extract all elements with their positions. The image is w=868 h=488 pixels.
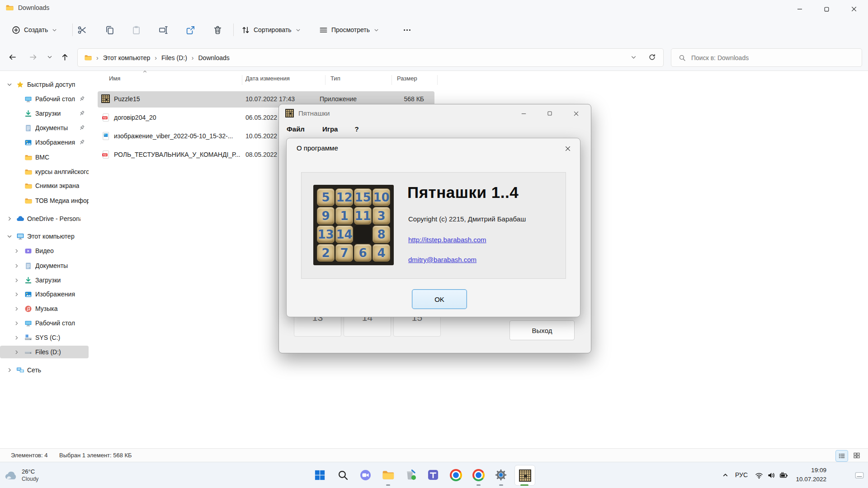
breadcrumb-downloads[interactable]: Downloads [198, 54, 229, 61]
sidebar-item-tov-media[interactable]: ТОВ Медиа инфор [0, 194, 89, 207]
dialog-close-button[interactable] [562, 143, 574, 155]
maximize-button[interactable] [816, 0, 837, 18]
website-link[interactable]: http://itstep.barabash.com [408, 236, 486, 244]
sidebar-item-english-courses[interactable]: курсы анлгийского [0, 165, 89, 178]
details-view-icon [838, 452, 845, 460]
sidebar-item-quick-access[interactable]: Быстрый доступ [0, 78, 89, 91]
sidebar-item-drive-d[interactable]: Files (D:) [0, 346, 89, 358]
sort-button[interactable]: Сортировать [239, 22, 304, 38]
new-label: Создать [24, 26, 48, 33]
chevron-right-icon [6, 216, 13, 222]
refresh-button[interactable] [648, 53, 656, 61]
column-header-type[interactable]: Тип [330, 75, 340, 82]
breadcrumb-this-pc[interactable]: Этот компьютер [103, 54, 151, 61]
exit-button[interactable]: Выход [509, 320, 575, 340]
sidebar-item-videos[interactable]: Видео [0, 244, 89, 257]
language-indicator[interactable]: РУС [735, 471, 748, 479]
forward-button[interactable] [25, 49, 41, 65]
taskbar-settings-button[interactable] [491, 465, 511, 485]
breadcrumb-drive-d[interactable]: Files (D:) [161, 54, 187, 61]
view-button[interactable]: Просмотреть [316, 22, 382, 38]
sidebar-item-documents-pc[interactable]: Документы [0, 259, 89, 272]
sidebar-item-this-pc[interactable]: Этот компьютер [0, 230, 89, 243]
menu-help[interactable]: ? [354, 125, 359, 133]
sidebar-item-network[interactable]: Сеть [0, 364, 89, 376]
sidebar-item-music[interactable]: Музыка [0, 302, 89, 315]
game-close-button[interactable] [566, 104, 586, 122]
recent-locations-button[interactable] [42, 49, 58, 65]
weather-temp: 26°C [22, 468, 38, 475]
email-link[interactable]: dmitry@barabash.com [408, 256, 476, 263]
address-bar[interactable]: › Этот компьютер › Files (D:) › Download… [77, 48, 664, 67]
folder-icon [5, 4, 14, 12]
puzzle-cell: 6 [354, 244, 372, 262]
menu-game[interactable]: Игра [322, 125, 338, 133]
network-icon [16, 366, 24, 374]
taskbar-puzzle-button[interactable] [514, 465, 535, 486]
file-date: 10.05.2022 [245, 132, 277, 140]
game-title-bar[interactable]: Пятнашки [279, 104, 591, 122]
taskbar-chrome-button[interactable] [446, 465, 466, 485]
folder-icon [24, 182, 32, 190]
details-view-toggle[interactable] [835, 450, 848, 462]
sidebar-item-pictures-pc[interactable]: Изображения [0, 288, 89, 300]
clock[interactable]: 19:09 10.07.2022 [796, 466, 826, 484]
column-divider[interactable] [242, 75, 242, 85]
copy-button[interactable] [99, 20, 119, 40]
column-header-size[interactable]: Размер [397, 75, 417, 82]
column-divider[interactable] [325, 75, 326, 85]
sidebar-item-downloads-pc[interactable]: Загрузки [0, 274, 89, 286]
up-button[interactable] [57, 49, 73, 65]
chevron-up-icon [722, 471, 729, 479]
explorer-tab[interactable]: Downloads [5, 4, 49, 12]
column-header-name[interactable]: Имя [109, 75, 120, 82]
close-button[interactable] [844, 0, 864, 18]
taskbar-cleaner-button[interactable] [401, 465, 420, 485]
column-divider[interactable] [437, 75, 438, 85]
puzzle-cell: 10 [373, 188, 390, 206]
chevron-down-icon [630, 54, 637, 61]
ellipsis-icon [403, 26, 411, 34]
show-desktop-corner-icon[interactable] [854, 470, 864, 480]
search-box[interactable]: Поиск в: Downloads [671, 48, 862, 67]
back-button[interactable] [4, 49, 20, 65]
tab-title: Downloads [18, 4, 49, 11]
puzzle-cell: 12 [335, 188, 353, 206]
paste-button[interactable] [126, 20, 146, 40]
address-dropdown-button[interactable] [630, 54, 637, 61]
start-button[interactable] [310, 465, 330, 485]
share-button[interactable] [180, 20, 200, 40]
rename-button[interactable] [153, 20, 173, 40]
more-button[interactable] [397, 20, 417, 40]
cut-button[interactable] [72, 20, 92, 40]
ok-button[interactable]: OK [412, 289, 467, 309]
column-header-date[interactable]: Дата изменения [245, 75, 290, 82]
file-name: изображение_viber_2022-05-10_15-32-... [114, 132, 233, 140]
puzzle-app-icon [519, 469, 531, 482]
weather-widget[interactable]: 26°C Cloudy [5, 465, 72, 486]
volume-icon[interactable] [767, 471, 775, 479]
taskbar-teams-button[interactable] [423, 465, 443, 485]
game-minimize-button[interactable] [513, 104, 534, 122]
folder-icon [24, 168, 32, 176]
column-divider[interactable] [392, 75, 392, 85]
game-maximize-button[interactable] [539, 104, 560, 122]
battery-icon[interactable] [779, 471, 788, 480]
puzzle-app-icon [285, 109, 294, 117]
taskbar-search-button[interactable] [333, 465, 353, 485]
cleaner-trash-icon [405, 469, 417, 481]
menu-file[interactable]: Файл [287, 125, 305, 133]
new-button[interactable]: Создать [9, 22, 60, 38]
sidebar-item-onedrive[interactable]: OneDrive - Personal [0, 212, 89, 225]
delete-button[interactable] [208, 20, 227, 40]
sidebar-item-drive-c[interactable]: SYS (C:) [0, 331, 89, 344]
taskbar-chrome-2-button[interactable] [468, 465, 488, 485]
taskbar-explorer-button[interactable] [378, 465, 398, 485]
wifi-icon[interactable] [755, 471, 763, 479]
sidebar-item-desktop-pc[interactable]: Рабочий стол [0, 317, 89, 329]
tray-expand-button[interactable] [722, 471, 729, 479]
minimize-button[interactable] [789, 0, 810, 18]
sidebar-item-screenshots[interactable]: Снимки экрана [0, 179, 89, 192]
thumbnail-view-toggle[interactable] [851, 450, 863, 461]
taskbar-chat-button[interactable] [355, 465, 375, 485]
